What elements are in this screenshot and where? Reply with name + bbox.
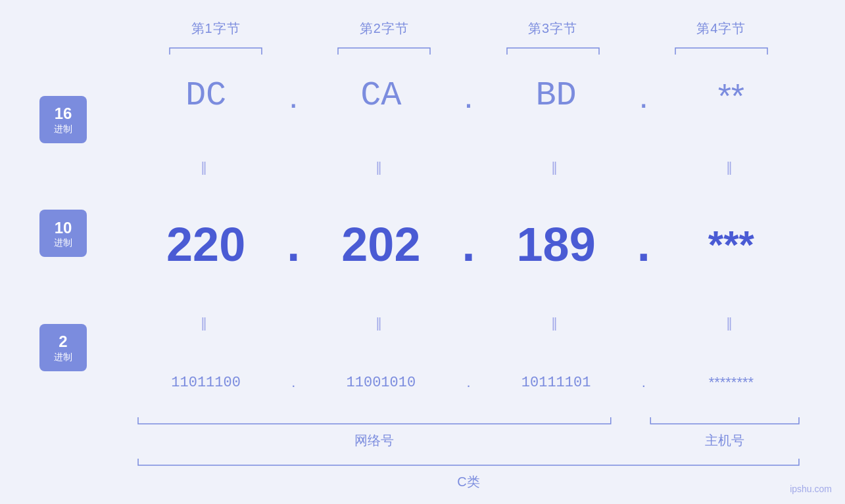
top-brackets: [39, 44, 806, 56]
dec-val-2: 202: [306, 218, 455, 271]
network-bracket: 网络号: [132, 415, 617, 449]
bin-row: 11011100 . 11001010 . 10111101 .: [132, 374, 806, 391]
main-area: 16 进制 10 进制 2 进制 DC .: [39, 56, 806, 411]
network-label: 网络号: [354, 432, 394, 449]
badges-column: 16 进制 10 进制 2 进制: [39, 56, 132, 411]
main-container: 第1字节 第2字节 第3字节 第4字节: [0, 0, 845, 504]
hex-row: DC . CA . BD . **: [132, 76, 806, 116]
host-bracket: 主机号: [644, 415, 806, 449]
eq-6: ‖: [306, 315, 455, 331]
values-grid: DC . CA . BD . **: [132, 56, 806, 411]
bin-val-2: 11001010: [306, 375, 455, 391]
bin-val-1: 11011100: [132, 375, 280, 391]
equals-row-2: ‖ ‖ ‖ ‖: [132, 312, 806, 333]
byte-col-4: 第4字节: [637, 20, 806, 37]
network-bracket-svg: [132, 415, 617, 428]
top-bracket-4: [637, 44, 806, 56]
top-bracket-svg-1: [163, 44, 268, 56]
bin-dot-2: .: [456, 374, 482, 391]
hex-val-3: BD: [482, 76, 631, 115]
byte-label-1: 第1字节: [191, 21, 241, 35]
bin-val-4: ********: [657, 374, 806, 391]
class-section: C类: [132, 456, 806, 491]
bin-val-3: 10111101: [482, 375, 631, 391]
eq-3: ‖: [482, 159, 631, 175]
dec-val-1: 220: [132, 218, 280, 271]
badge-dec: 10 进制: [39, 210, 87, 257]
bin-dot-1: .: [280, 374, 306, 391]
badge-hex: 16 进制: [39, 96, 87, 143]
watermark: ipshu.com: [790, 484, 832, 494]
top-bracket-3: [469, 44, 637, 56]
eq-5: ‖: [132, 315, 280, 331]
hex-val-1: DC: [132, 76, 280, 115]
dec-dot-3: .: [631, 218, 657, 271]
bin-dot-3: .: [631, 374, 657, 391]
host-bracket-svg: [644, 415, 806, 428]
hex-dot-3: .: [631, 76, 657, 116]
eq-4: ‖: [657, 159, 806, 175]
top-bracket-svg-2: [331, 44, 437, 56]
eq-2: ‖: [306, 159, 455, 175]
hex-dot-1: .: [280, 76, 306, 116]
dec-val-4: ***: [657, 222, 806, 267]
top-bracket-1: [132, 44, 300, 56]
eq-7: ‖: [482, 315, 631, 331]
top-bracket-2: [300, 44, 468, 56]
byte-label-4: 第4字节: [696, 21, 746, 35]
bottom-brackets: 网络号 主机号: [132, 415, 806, 449]
dec-dot-1: .: [280, 218, 306, 271]
byte-label-3: 第3字节: [528, 21, 577, 35]
class-label: C类: [457, 473, 479, 491]
top-bracket-svg-3: [500, 44, 606, 56]
eq-8: ‖: [657, 315, 806, 331]
byte-col-2: 第2字节: [300, 20, 468, 37]
hex-dot-2: .: [456, 76, 482, 116]
badge-bin: 2 进制: [39, 324, 87, 371]
byte-headers: 第1字节 第2字节 第3字节 第4字节: [39, 20, 806, 37]
host-label: 主机号: [705, 432, 744, 449]
hex-val-2: CA: [306, 76, 455, 115]
eq-1: ‖: [132, 159, 280, 175]
equals-row-1: ‖ ‖ ‖ ‖: [132, 156, 806, 177]
top-bracket-svg-4: [669, 44, 774, 56]
class-bracket-svg: [132, 456, 806, 469]
dec-val-3: 189: [482, 218, 631, 271]
hex-val-4: **: [657, 76, 806, 116]
bottom-section: 网络号 主机号 C类: [39, 415, 806, 491]
byte-col-1: 第1字节: [132, 20, 300, 37]
byte-label-2: 第2字节: [360, 21, 409, 35]
byte-col-3: 第3字节: [469, 20, 637, 37]
dec-row: 220 . 202 . 189 . ***: [132, 218, 806, 271]
dec-dot-2: .: [456, 218, 482, 271]
